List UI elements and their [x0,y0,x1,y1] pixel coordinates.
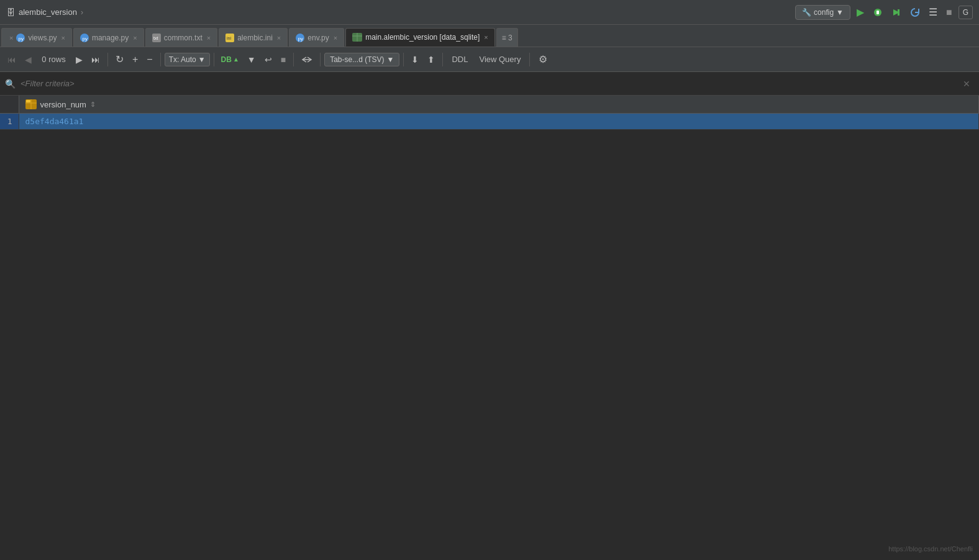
database-icon: 🗄 [6,7,15,17]
title-bar: 🗄 alembic_version › 🔧 config ▼ ▶ ☰ ■ G [0,0,979,25]
filter-search-icon: 🔍 [5,79,16,89]
separator-5 [320,53,321,66]
column-table-icon [25,99,37,109]
undo-button[interactable]: ↩ [261,52,276,67]
watermark: https://blog.csdn.net/Chenfli [888,545,973,553]
filter-bar: 🔍 ✕ [0,72,979,96]
split-button[interactable] [298,53,316,66]
svg-text:py: py [298,35,303,41]
tab-close-manage-py[interactable]: × [133,34,137,42]
separator-2 [160,53,161,66]
stop-button[interactable]: ■ [944,4,955,20]
config-button[interactable]: 🔧 config ▼ [795,5,850,20]
txt-icon: txt [152,34,161,42]
download-button[interactable]: ⬇ [408,52,422,67]
prev-row-button[interactable]: ◀ [21,52,35,67]
row-number: 1 [0,114,19,130]
db-button[interactable]: DB ▲ [218,53,242,66]
run-button[interactable]: ▶ [854,4,867,20]
refresh-button[interactable]: ↻ [112,51,127,68]
python-icon: py [296,34,304,42]
ini-icon: ini [225,34,234,42]
stop-query-button[interactable]: ■ [277,52,289,67]
tab-views-py[interactable]: × py views.py × [1,28,72,47]
tab-close-alembic-version-db[interactable]: × [484,34,488,41]
ddl-button[interactable]: DDL [447,52,473,66]
tab-env-py[interactable]: py env.py × [289,28,344,47]
action-bar: ⏮ ◀ 0 rows ▶ ⏭ ↻ + − Tx: Auto ▼ DB ▲ ▼ ↩… [0,47,979,72]
version-num-header: version_num ⇕ [19,96,979,114]
separator-7 [442,53,443,66]
first-row-button[interactable]: ⏮ [4,52,20,67]
svg-text:py: py [19,35,24,41]
sort-icon[interactable]: ⇕ [90,101,96,109]
task-queue-button[interactable]: ☰ [926,4,940,20]
title-bar-right: 🔧 config ▼ ▶ ☰ ■ G [795,4,973,20]
svg-text:py: py [82,35,87,41]
tab-manage-py[interactable]: py manage.py × [73,28,144,47]
tab-common-txt[interactable]: txt common.txt × [145,28,217,47]
tabs-bar: × py views.py × py manage.py × txt commo… [0,25,979,47]
tab-separator-select[interactable]: Tab-se...d (TSV) ▼ [324,53,399,66]
python-icon: py [16,34,25,42]
profile-button[interactable] [889,5,904,20]
filter-close-button[interactable]: ✕ [959,78,974,90]
commit-dropdown-button[interactable]: ▼ [244,52,260,67]
table-area: version_num ⇕ 1 d5ef4da461a1 [0,96,979,130]
python-icon: py [80,34,89,42]
svg-rect-1 [877,11,879,14]
data-table: version_num ⇕ 1 d5ef4da461a1 [0,96,979,130]
breadcrumb: alembic_version [19,7,77,17]
add-row-button[interactable]: + [129,52,142,68]
debug-button[interactable] [870,5,885,20]
tx-select[interactable]: Tx: Auto ▼ [165,53,210,66]
filter-input[interactable] [20,79,959,88]
row-number-header [0,96,19,114]
breadcrumb-chevron: › [81,8,83,17]
separator-8 [529,53,530,66]
tab-close-env-py[interactable]: × [334,34,337,42]
remove-row-button[interactable]: − [143,52,156,68]
next-row-button[interactable]: ▶ [72,52,86,67]
corner-button[interactable]: G [959,6,973,19]
view-query-button[interactable]: View Query [474,52,526,66]
settings-button[interactable]: ⚙ [534,51,552,68]
db-table-icon [352,33,362,42]
tabs-more-button[interactable]: ≡ 3 [496,28,518,47]
config-icon: 🔧 [802,8,811,17]
tab-close-common-txt[interactable]: × [207,34,211,42]
svg-rect-20 [26,100,30,102]
separator-4 [293,53,294,66]
separator-6 [403,53,404,66]
tab-alembic-version-db[interactable]: main.alembic_version [data_sqlite] × [345,28,495,47]
cell-version-num[interactable]: d5ef4da461a1 [19,114,979,130]
tab-alembic-ini[interactable]: ini alembic.ini × [219,28,288,47]
reload-button[interactable] [908,5,922,20]
title-bar-left: 🗄 alembic_version › [6,7,83,17]
tab-close-views-py[interactable]: × [61,34,65,42]
separator-1 [107,53,108,66]
svg-rect-3 [898,9,899,16]
last-row-button[interactable]: ⏭ [88,52,104,67]
close-icon[interactable]: × [9,34,13,42]
svg-text:ini: ini [227,36,231,40]
upload-button[interactable]: ⬆ [424,52,439,67]
tab-close-alembic-ini[interactable]: × [277,34,281,42]
svg-text:txt: txt [153,36,158,40]
separator-3 [214,53,214,66]
rows-count: 0 rows [37,55,71,64]
table-row[interactable]: 1 d5ef4da461a1 [0,114,979,130]
